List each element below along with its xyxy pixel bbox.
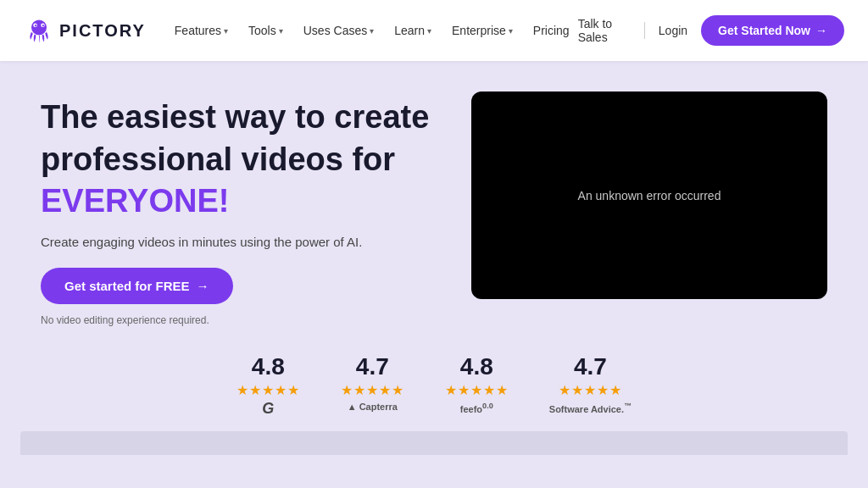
get-started-now-button[interactable]: Get Started Now → [701, 15, 844, 46]
software-advice-score: 4.7 [574, 353, 607, 380]
logo[interactable]: PICTORY [24, 15, 146, 46]
chevron-down-icon: ▾ [224, 26, 228, 36]
g2-source: G [262, 400, 274, 418]
chevron-down-icon: ▾ [279, 26, 283, 36]
feefo-stars: ★★★★★ [445, 382, 509, 398]
capterra-stars: ★★★★★ [341, 382, 404, 398]
capterra-score: 4.7 [356, 353, 389, 380]
logo-text: PICTORY [59, 21, 146, 41]
talk-to-sales-link[interactable]: Talk to Sales [578, 17, 631, 44]
chevron-down-icon: ▾ [427, 26, 431, 36]
nav-item-use-cases[interactable]: Uses Cases ▾ [295, 19, 382, 42]
nav-item-tools[interactable]: Tools ▾ [240, 19, 292, 42]
bottom-section-bar [20, 431, 848, 455]
hero-subtext: Create engaging videos in minutes using … [41, 235, 431, 249]
g2-stars: ★★★★★ [236, 382, 300, 398]
capterra-source: ▲ Capterra [348, 402, 398, 412]
cta-free-button[interactable]: Get started for FREE → [41, 268, 233, 304]
rating-feefo: 4.8 ★★★★★ feefo0.0 [445, 353, 509, 418]
hero-section: The easiest way to create professional v… [0, 61, 868, 326]
hero-headline-accent: EVERYONE! [41, 182, 431, 221]
svg-point-3 [35, 25, 36, 26]
svg-point-4 [42, 25, 44, 26]
software-advice-source: Software Advice.™ [549, 402, 632, 414]
hero-video: An unknown error occurred [471, 92, 827, 299]
logo-icon [24, 15, 54, 46]
feefo-score: 4.8 [460, 353, 493, 380]
chevron-down-icon: ▾ [509, 26, 513, 36]
feefo-source: feefo0.0 [460, 402, 493, 414]
nav-item-learn[interactable]: Learn ▾ [386, 19, 440, 42]
hero-headline-line1: The easiest way to create [41, 98, 431, 137]
software-advice-stars: ★★★★★ [559, 382, 622, 398]
chevron-down-icon: ▾ [370, 26, 374, 36]
video-player[interactable]: An unknown error occurred [471, 92, 827, 299]
navbar: PICTORY Features ▾ Tools ▾ Uses Cases ▾ … [0, 0, 868, 61]
nav-links: Features ▾ Tools ▾ Uses Cases ▾ Learn ▾ … [166, 19, 578, 42]
ratings-section: 4.8 ★★★★★ G 4.7 ★★★★★ ▲ Capterra 4.8 ★★★… [0, 333, 868, 418]
rating-capterra: 4.7 ★★★★★ ▲ Capterra [341, 353, 404, 418]
nav-item-features[interactable]: Features ▾ [166, 19, 236, 42]
g2-score: 4.8 [252, 353, 285, 380]
hero-headline-line2: professional videos for [41, 141, 431, 180]
hero-content: The easiest way to create professional v… [41, 92, 431, 326]
svg-point-0 [31, 19, 47, 35]
login-button[interactable]: Login [659, 24, 687, 37]
nav-item-enterprise[interactable]: Enterprise ▾ [443, 19, 521, 42]
nav-item-pricing[interactable]: Pricing [525, 19, 578, 42]
nav-right: Talk to Sales Login Get Started Now → [578, 15, 844, 46]
rating-g2: 4.8 ★★★★★ G [236, 353, 300, 418]
nav-divider [644, 22, 645, 39]
no-experience-text: No video editing experience required. [41, 314, 431, 326]
rating-software-advice: 4.7 ★★★★★ Software Advice.™ [549, 353, 632, 418]
